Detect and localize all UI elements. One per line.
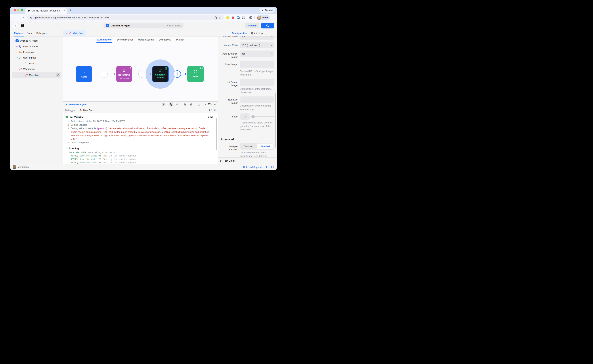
chevron-down-icon[interactable] [16,51,18,53]
address-bar[interactable]: app.mindstudio.ai/agents/5e54eb65-fc62-4… [27,15,224,20]
slider-thumb[interactable] [251,115,255,118]
tree-item-functions[interactable]: (x) Functions [10,49,63,55]
zoom-out-icon[interactable]: − [205,103,206,106]
extension-icon-1password[interactable] [237,16,240,19]
toggle-left-panel-icon[interactable] [271,166,274,169]
tree-item-workflows[interactable]: Workflows [10,66,63,72]
close-tab-icon[interactable]: × [66,32,67,34]
extension-icon-strawberry[interactable] [231,16,235,19]
branch-tool-icon[interactable] [183,102,187,106]
negative-prompt-field[interactable] [240,97,274,103]
new-tab-button[interactable]: + [70,8,71,12]
home-view-icon[interactable] [197,102,201,106]
gemini-button[interactable]: ✦ Gemini [260,8,275,13]
tab-explorer[interactable]: Explorer [14,30,24,36]
variants-enabled-option[interactable]: Enabled [257,143,274,149]
profile-avatar [257,16,261,20]
save-clipboard-icon[interactable] [214,16,217,19]
node-start[interactable]: → Start [76,66,92,82]
variants-disabled-option[interactable]: Disabled [240,143,257,149]
bookmark-star-icon[interactable]: ☆ [219,16,222,20]
tab-close-icon[interactable]: × [64,9,65,12]
forward-icon[interactable]: → [18,16,21,19]
tab-errors[interactable]: Errors [27,30,33,36]
browser-menu-icon[interactable]: ⋮ [272,16,274,19]
workspace-chip[interactable]: MS Internal [13,165,29,169]
node-generate-video[interactable]: Generate Video [152,66,169,82]
collapse-minus-icon[interactable] [128,67,131,69]
aspect-ratio-select[interactable]: 16:9 (Landscape) ∨ [240,42,274,48]
tab-evaluations[interactable]: Evaluations [159,37,171,43]
collapse-minus-icon[interactable] [200,67,203,69]
chevron-down-icon[interactable] [16,57,18,58]
agent-ai-icon: AI [15,39,19,42]
close-debugger-icon[interactable]: × [214,109,216,112]
browser-profile-chip[interactable]: Work [257,15,270,20]
agent-badge: AI [106,24,109,27]
toggle-right-panel-icon[interactable] [266,166,269,169]
cursor-tool-icon[interactable] [169,102,173,106]
delete-trash-icon[interactable] [189,102,193,106]
help-support-link[interactable]: Help and Support [243,166,262,169]
close-window-button[interactable] [14,9,16,11]
extension-icon-yellow[interactable] [226,16,229,19]
chevron-down-icon[interactable] [16,68,18,70]
zoom-level[interactable]: 95% [208,103,212,106]
scrollbar-thumb[interactable] [275,93,276,148]
sticky-note-icon[interactable] [161,102,165,106]
debugger-log[interactable]: ✓ Set Variable 5 ms 1Action started at J… [63,113,218,164]
tree-item-user-inputs[interactable]: User Inputs [10,55,63,60]
generate-agent-button[interactable]: Generate Agent [65,103,87,106]
extensions-puzzle-icon[interactable] [242,16,245,19]
editor-tab-main-flow[interactable]: × Main.flow [63,30,86,36]
chevron-down-icon[interactable] [13,39,15,41]
publish-button[interactable]: Publish [245,23,260,28]
url-text[interactable]: app.mindstudio.ai/agents/5e54eb65-fc62-4… [34,16,213,19]
zoom-in-icon[interactable]: + [214,103,216,106]
log-line-mono: [ASYNC] Generate Video #1 Waiting for mo… [66,154,213,157]
run-loading-button[interactable] [261,23,274,28]
node-set-variable[interactable]: {{prompt}} Set Variable [116,66,132,82]
search-panel-icon[interactable] [249,16,252,19]
last-frame-field[interactable] [240,79,274,86]
agent-title-pill[interactable]: AI Untitled AI Agent ✓ Draft Saved [104,23,183,28]
node-end[interactable]: End [187,66,204,82]
tree-item-data-sources[interactable]: Data Sources [10,44,63,49]
seed-slider[interactable] [252,115,274,118]
back-icon[interactable]: ← [13,16,15,19]
home-icon [57,74,59,76]
browser-tab[interactable]: Untitled AI Agent | MindStudi × [25,8,67,14]
mindstudio-logo[interactable] [20,23,25,28]
tab-debugger[interactable]: Debugger [36,30,47,36]
tab-profiler[interactable]: Profiler [176,37,184,43]
open-external-icon[interactable] [209,109,212,112]
reload-icon[interactable]: ↻ [23,16,25,19]
multiple-variants-toggle[interactable]: Disabled Enabled [240,143,274,150]
move-tool-icon[interactable] [175,102,179,106]
app-back-button[interactable]: ‹ [13,23,18,28]
minimize-window-button[interactable] [17,9,20,11]
tree-item-main-flow[interactable]: Main.flow [12,72,61,78]
tab-configuration[interactable]: Configuration [232,30,247,36]
auto-enhance-select[interactable]: Yes ∨ [240,51,274,57]
scrollbar-thumb[interactable] [216,118,217,150]
tab-automations[interactable]: Automations [97,37,112,43]
toolbar-divider [254,16,254,19]
new-run-button[interactable]: ↻ New Run [80,109,93,112]
tab-system-prompt[interactable]: System Prompt [117,37,133,43]
tree-item-input[interactable]: input [10,60,63,66]
maximize-window-button[interactable] [21,9,23,11]
seed-input[interactable] [240,113,250,120]
tab-quick-help[interactable]: Quick Help [251,30,263,36]
collapse-minus-icon[interactable] [165,67,167,70]
chevron-down-icon[interactable] [16,45,18,47]
agent-title[interactable]: Untitled AI Agent [111,24,165,27]
main-flow-home-button[interactable] [56,73,60,77]
include-audio-select[interactable]: Yes ∨ [240,37,274,39]
test-block-button[interactable]: ▷ Test Block [218,157,277,164]
tree-item-agent-root[interactable]: AI Untitled AI Agent [10,38,63,44]
workflow-canvas[interactable]: → Start {{prompt}} Set Variable [63,43,218,101]
tab-model-settings[interactable]: Model Settings [138,37,154,43]
site-settings-icon[interactable] [30,16,32,19]
input-image-field[interactable] [240,61,274,68]
